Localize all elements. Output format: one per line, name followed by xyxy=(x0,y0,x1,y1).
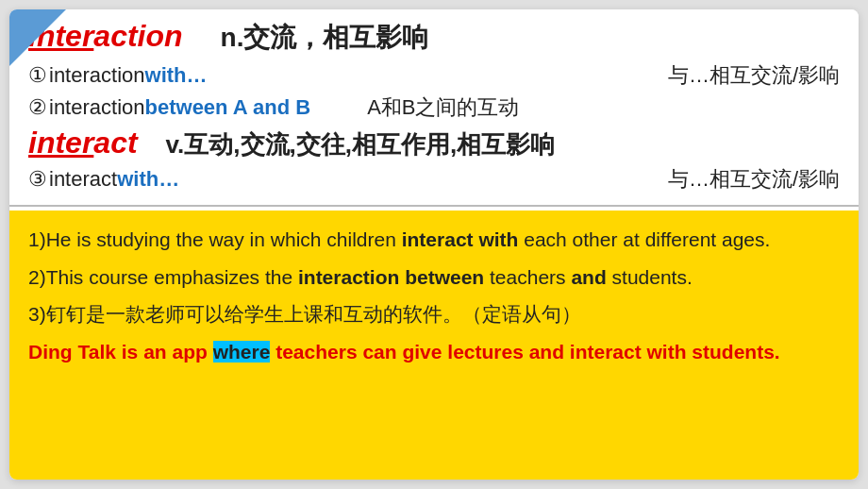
example1-before: 1)He is studying the way in which childr… xyxy=(28,228,402,250)
usage-row-3: ③ interact with… 与…相互交流/影响 xyxy=(28,165,840,194)
example1-bold: interact with xyxy=(402,228,519,250)
example2-bold1: interaction between xyxy=(298,266,484,288)
example4-bold: interact with xyxy=(570,341,687,363)
usage-chinese-1: 与…相互交流/影响 xyxy=(668,61,840,90)
interaction-pos-meaning: n.交流，相互影响 xyxy=(221,20,429,56)
main-card: interaction n.交流，相互影响 ① interaction with… xyxy=(9,9,859,480)
usage-text-1: interaction xyxy=(49,63,145,88)
usage-row-1: ① interaction with… 与…相互交流/影响 xyxy=(28,61,840,90)
example-3: 3)钉钉是一款老师可以给学生上课和互动的软件。（定语从句） xyxy=(28,298,840,330)
word-action-suffix: action xyxy=(93,19,182,53)
example4-before: Ding Talk is an app xyxy=(28,341,213,363)
example-4: Ding Talk is an app where teachers can g… xyxy=(28,336,840,368)
usage-highlight-2: between A and B xyxy=(145,95,311,120)
usage-num-3: ③ xyxy=(28,167,47,192)
meaning-text: 交流，相互影响 xyxy=(243,23,428,52)
word-interact: interact xyxy=(28,126,138,160)
example2-middle: teachers xyxy=(484,266,571,288)
usage-text-3: interact xyxy=(49,167,117,192)
divider xyxy=(9,205,859,207)
interact-act-suffix: act xyxy=(93,126,137,160)
interact-pos-meaning: v.互动,交流,交往,相互作用,相互影响 xyxy=(166,128,556,161)
corner-decoration xyxy=(9,9,66,66)
usage-chinese-2: A和B之间的互动 xyxy=(367,93,519,122)
example4-end: students. xyxy=(687,341,780,363)
example2-bold2: and xyxy=(571,266,606,288)
interact-inter-prefix: inter xyxy=(28,126,93,160)
example-1: 1)He is studying the way in which childr… xyxy=(28,224,840,256)
example4-where: where xyxy=(213,341,271,363)
row-interaction-header: interaction n.交流，相互影响 xyxy=(28,19,840,56)
usage-highlight-1: with… xyxy=(145,63,208,88)
usage-chinese-3: 与…相互交流/影响 xyxy=(668,165,840,194)
interact-pos: v. xyxy=(166,130,185,159)
top-section: interaction n.交流，相互影响 ① interaction with… xyxy=(9,9,859,201)
example2-after: students. xyxy=(607,266,693,288)
example2-before: 2)This course emphasizes the xyxy=(28,266,298,288)
row-interact-header: interact v.互动,交流,交往,相互作用,相互影响 xyxy=(28,126,840,161)
usage-text-2: interaction xyxy=(49,95,145,120)
example-2: 2)This course emphasizes the interaction… xyxy=(28,261,840,294)
interact-meaning: 互动,交流,交往,相互作用,相互影响 xyxy=(184,130,555,159)
bottom-section: 1)He is studying the way in which childr… xyxy=(9,211,859,480)
usage-highlight-3: with… xyxy=(117,167,179,192)
example4-after: teachers can give lectures and xyxy=(270,341,569,363)
pos-label: n. xyxy=(221,23,244,52)
example3-text: 3)钉钉是一款老师可以给学生上课和互动的软件。（定语从句） xyxy=(28,303,581,325)
example1-after: each other at different ages. xyxy=(518,228,770,250)
usage-row-2: ② interaction between A and B A和B之间的互动 xyxy=(28,93,840,122)
usage-num-1: ① xyxy=(28,63,47,88)
usage-num-2: ② xyxy=(28,95,47,120)
